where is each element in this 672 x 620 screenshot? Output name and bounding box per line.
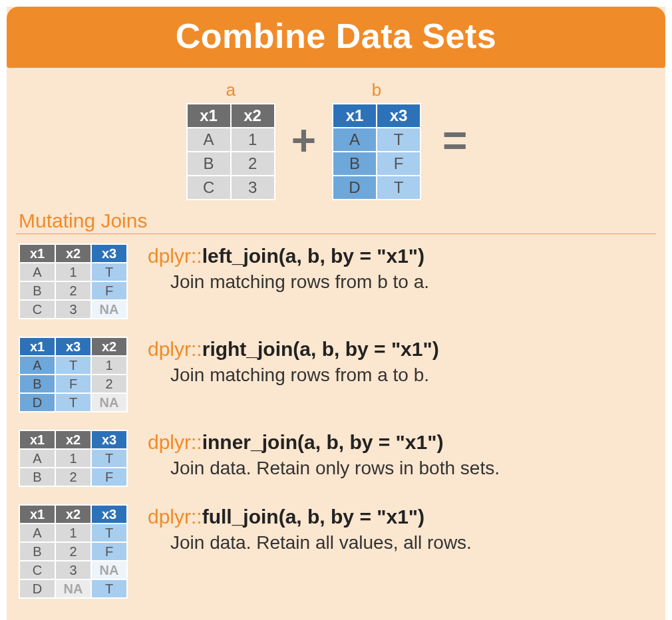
cell: 1 [92, 357, 126, 374]
intro-table-b: b x1x3ATBFDT [332, 80, 421, 200]
cell: C [20, 301, 55, 318]
cell: T [377, 128, 420, 151]
join-row: x1x2x3A1TB2FC3NADNATdplyr::full_join(a, … [19, 504, 653, 599]
join-desc: Join matching rows from b to a. [148, 271, 429, 293]
cell: T [56, 394, 90, 411]
cell: D [333, 176, 376, 199]
col-header: x1 [333, 104, 376, 127]
cell: C [20, 561, 55, 579]
col-header: x3 [56, 338, 90, 355]
pkg-prefix: dplyr:: [148, 245, 202, 267]
cell: F [92, 468, 126, 486]
plus-icon: + [291, 119, 316, 162]
cell: A [20, 450, 55, 467]
cell: T [377, 176, 420, 199]
intro-row: a x1x2A1B2C3 + b x1x3ATBFDT = [7, 68, 665, 210]
col-header: x1 [20, 506, 55, 523]
cell: 3 [56, 561, 90, 579]
join-code: dplyr::full_join(a, b, by = "x1") [148, 506, 472, 528]
cell: A [20, 524, 55, 542]
join-result-table: x1x2x3A1TB2F [19, 430, 128, 487]
join-code: dplyr::right_join(a, b, by = "x1") [148, 338, 439, 361]
cell: D [20, 580, 55, 597]
join-text: dplyr::left_join(a, b, by = "x1")Join ma… [148, 243, 429, 293]
cell: F [56, 375, 90, 392]
col-header: x1 [20, 338, 55, 355]
cell: NA [92, 301, 126, 318]
join-code: dplyr::left_join(a, b, by = "x1") [148, 245, 429, 267]
col-header: x3 [377, 104, 420, 127]
col-header: x1 [188, 104, 230, 127]
join-row: x1x3x2AT1BF2DTNAdplyr::right_join(a, b, … [19, 337, 653, 412]
table-a: x1x2A1B2C3 [186, 103, 275, 200]
cell: 3 [232, 176, 274, 199]
col-header: x2 [56, 431, 90, 448]
join-desc: Join data. Retain all values, all rows. [148, 532, 472, 553]
equals-icon: = [442, 119, 466, 162]
join-row: x1x2x3A1TB2Fdplyr::inner_join(a, b, by =… [19, 430, 653, 487]
col-header: x3 [92, 431, 126, 448]
cell: 1 [56, 524, 90, 542]
cell: B [20, 282, 55, 299]
fn-call: inner_join(a, b, by = "x1") [202, 431, 444, 453]
intro-label-a: a [226, 80, 235, 100]
join-row: x1x2x3A1TB2FC3NAdplyr::left_join(a, b, b… [19, 243, 653, 319]
divider [16, 233, 656, 234]
cell: A [20, 263, 55, 281]
section-label: Mutating Joins [7, 210, 665, 233]
join-desc: Join data. Retain only rows in both sets… [148, 458, 500, 479]
fn-call: full_join(a, b, by = "x1") [202, 506, 424, 528]
col-header: x2 [232, 104, 274, 127]
col-header: x3 [92, 245, 126, 262]
cell: A [20, 357, 55, 374]
join-code: dplyr::inner_join(a, b, by = "x1") [148, 431, 500, 454]
cell: NA [92, 394, 126, 411]
join-result-table: x1x2x3A1TB2FC3NADNAT [19, 504, 128, 599]
cell: B [20, 543, 55, 560]
cell: NA [56, 580, 90, 597]
cell: 1 [56, 263, 90, 281]
cell: B [188, 152, 230, 175]
cell: T [92, 524, 126, 542]
cell: NA [92, 561, 126, 579]
col-header: x2 [56, 245, 90, 262]
cell: F [377, 152, 420, 175]
pkg-prefix: dplyr:: [148, 506, 202, 528]
cell: T [92, 263, 126, 281]
cell: B [20, 468, 55, 486]
col-header: x1 [20, 245, 55, 262]
join-text: dplyr::full_join(a, b, by = "x1")Join da… [148, 504, 472, 553]
intro-table-a: a x1x2A1B2C3 [186, 80, 275, 200]
cell: 2 [232, 152, 274, 175]
col-header: x1 [20, 431, 55, 448]
cell: T [56, 357, 90, 374]
cell: 2 [56, 282, 90, 299]
cell: 2 [56, 543, 90, 560]
joins-list: x1x2x3A1TB2FC3NAdplyr::left_join(a, b, b… [7, 243, 665, 599]
cell: B [20, 375, 55, 392]
join-desc: Join matching rows from a to b. [148, 365, 439, 386]
col-header: x2 [92, 338, 126, 355]
col-header: x2 [56, 506, 90, 523]
cell: 3 [56, 301, 90, 318]
cell: D [20, 394, 55, 411]
cell: 2 [56, 468, 90, 486]
cell: 1 [56, 450, 90, 467]
cell: 1 [232, 128, 274, 151]
pkg-prefix: dplyr:: [148, 431, 202, 453]
pkg-prefix: dplyr:: [148, 338, 202, 360]
cell: F [92, 543, 126, 560]
join-text: dplyr::inner_join(a, b, by = "x1")Join d… [148, 430, 500, 479]
cell: F [92, 282, 126, 299]
cell: T [92, 450, 126, 467]
join-text: dplyr::right_join(a, b, by = "x1")Join m… [148, 337, 439, 386]
page-title: Combine Data Sets [7, 7, 665, 68]
cell: B [333, 152, 376, 175]
cell: A [188, 128, 230, 151]
join-result-table: x1x2x3A1TB2FC3NA [19, 243, 128, 319]
intro-label-b: b [372, 80, 381, 100]
join-result-table: x1x3x2AT1BF2DTNA [19, 337, 128, 412]
fn-call: right_join(a, b, by = "x1") [202, 338, 439, 360]
col-header: x3 [92, 506, 126, 523]
fn-call: left_join(a, b, by = "x1") [202, 245, 424, 267]
